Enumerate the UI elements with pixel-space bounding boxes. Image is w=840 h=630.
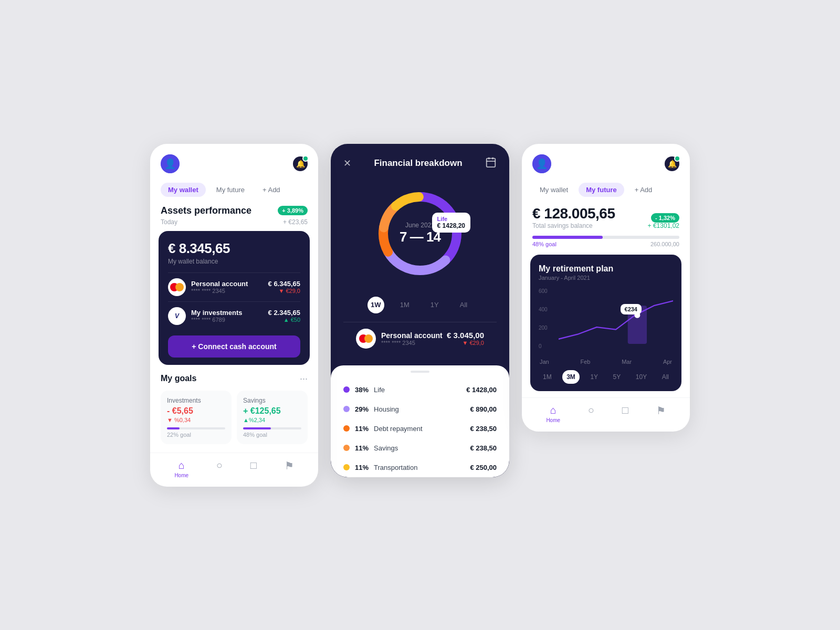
- x-labels: Jan Feb Mar Apr: [539, 359, 673, 365]
- goal1-type: Investments: [167, 397, 225, 404]
- screen3-nav-doc[interactable]: □: [622, 404, 628, 423]
- nav-doc[interactable]: □: [250, 459, 257, 478]
- goal-bar-labels: 48% goal 260.000,00: [522, 241, 690, 255]
- period-3m[interactable]: 3M: [562, 370, 580, 384]
- screen1-header: 🔔: [150, 144, 318, 178]
- savings-progress-bar: [532, 236, 679, 239]
- y-label-200: 200: [539, 325, 554, 331]
- screen3-bottom-nav: ⌂ Home ○ □ ⚑: [522, 397, 690, 432]
- screen3-nav-home-label: Home: [546, 417, 560, 423]
- tab-add[interactable]: + Add: [255, 183, 288, 197]
- period-5y[interactable]: 5Y: [609, 370, 625, 384]
- assets-title: Assets performance: [161, 205, 251, 216]
- nav-clock[interactable]: ○: [216, 459, 223, 478]
- close-button[interactable]: ✕: [343, 158, 351, 169]
- goal2-label: 48% goal: [243, 432, 301, 438]
- savings-pct: 11%: [355, 444, 369, 452]
- period-1y[interactable]: 1Y: [425, 297, 444, 313]
- wallet-balance-label: My wallet balance: [168, 258, 300, 265]
- screen3-change: + €1301,02: [648, 222, 679, 229]
- balance-card: € 8.345,65 My wallet balance Personal ac…: [159, 231, 310, 365]
- life-pct: 38%: [355, 386, 369, 394]
- tab-myfuture[interactable]: My future: [209, 183, 252, 197]
- fb-title: Financial breakdown: [374, 158, 462, 169]
- retirement-card: My retirement plan January - April 2021 …: [530, 255, 681, 391]
- breakdown-debt[interactable]: 11% Debt repayment € 238,50: [331, 419, 509, 438]
- goal-savings[interactable]: Savings + €125,65 ▲%2,34 48% goal: [237, 391, 308, 444]
- screen3-nav-flag[interactable]: ⚑: [656, 404, 666, 423]
- tab-mywallet[interactable]: My wallet: [161, 183, 206, 197]
- screen3-nav-clock[interactable]: ○: [588, 404, 594, 423]
- screen3-header: 🔔: [522, 144, 690, 178]
- screen2-account-info: Personal account **** **** 2345: [381, 331, 447, 346]
- personal-account-row[interactable]: Personal account **** **** 2345 € 6.345,…: [168, 272, 300, 301]
- nav-flag[interactable]: ⚑: [285, 459, 294, 478]
- savings-name: Savings: [374, 444, 398, 452]
- goal2-amount: + €125,65: [243, 406, 301, 416]
- dot-housing: [343, 406, 350, 412]
- period-all[interactable]: All: [455, 297, 472, 313]
- total-label: Total savings balance: [532, 222, 615, 229]
- account2-amount: € 2.345,65: [268, 309, 300, 317]
- period-all[interactable]: All: [658, 370, 673, 384]
- screen3-bell[interactable]: 🔔: [665, 156, 679, 171]
- period-1m[interactable]: 1M: [395, 297, 415, 313]
- goals-title: My goals: [161, 374, 196, 383]
- account1-change: ▼ €29,0: [268, 288, 300, 294]
- account2-num: **** **** 6789: [191, 317, 268, 323]
- drag-handle[interactable]: [411, 371, 429, 373]
- screen3-tab-mywallet[interactable]: My wallet: [532, 183, 575, 197]
- screen3-home-icon: ⌂: [550, 404, 556, 416]
- screen3-tab-myfuture[interactable]: My future: [579, 183, 624, 197]
- screen3-flag-icon: ⚑: [656, 404, 666, 417]
- screen1-tabs: My wallet My future + Add: [150, 178, 318, 205]
- connect-cash-account-button[interactable]: + Connect cash account: [168, 335, 300, 358]
- home-icon: ⌂: [178, 459, 185, 471]
- wallet-balance: € 8.345,65: [168, 240, 300, 257]
- flag-icon: ⚑: [285, 459, 294, 472]
- y-label-400: 400: [539, 307, 554, 312]
- goal1-progress-bar: [167, 427, 225, 429]
- dot-life: [343, 386, 350, 393]
- savings-amount: € 238,50: [470, 444, 497, 452]
- breakdown-transport[interactable]: 11% Transportation € 250,00: [331, 458, 509, 477]
- breakdown-housing[interactable]: 29% Housing € 890,00: [331, 400, 509, 419]
- screen2-account-num: **** **** 2345: [381, 340, 447, 346]
- dot-savings: [343, 445, 350, 451]
- screen3-nav-home[interactable]: ⌂ Home: [546, 404, 560, 423]
- screen2-mc-icon: [356, 329, 376, 349]
- x-mar: Mar: [622, 359, 632, 365]
- calendar-button[interactable]: [485, 156, 497, 171]
- screen3-tab-add[interactable]: + Add: [627, 183, 660, 197]
- screen2-financial: ✕ Financial breakdown: [331, 144, 509, 477]
- account2-name: My investments: [191, 309, 268, 317]
- screen3-doc-icon: □: [622, 404, 628, 416]
- screen2-account-name: Personal account: [381, 331, 447, 340]
- screen2-account-row[interactable]: Personal account **** **** 2345 € 3.045,…: [343, 322, 497, 355]
- breakdown-life[interactable]: 38% Life € 1428,00: [331, 380, 509, 400]
- transport-name: Transportation: [374, 464, 417, 471]
- total-balance: € 128.005,65: [532, 205, 615, 222]
- transport-amount: € 250,00: [470, 464, 497, 471]
- period-1y[interactable]: 1Y: [586, 370, 602, 384]
- avatar: [161, 154, 180, 173]
- bottom-nav: ⌂ Home ○ □ ⚑: [150, 453, 318, 487]
- goals-section: My goals ··· Investments - €5,65 ▼ %0,34…: [150, 365, 318, 453]
- notification-bell[interactable]: 🔔: [293, 156, 308, 171]
- investments-account-row[interactable]: V My investments **** **** 6789 € 2.345,…: [168, 301, 300, 330]
- screen2-amount: € 3.045,00: [447, 331, 484, 340]
- period-1w[interactable]: 1W: [368, 297, 384, 313]
- chart-tooltip: €234: [621, 304, 642, 314]
- performance-badge: + 3,89%: [278, 206, 308, 215]
- period-10y[interactable]: 10Y: [632, 370, 651, 384]
- donut-tooltip: Life € 1428,20: [432, 213, 470, 233]
- nav-home[interactable]: ⌂ Home: [174, 459, 188, 478]
- goal1-amount: - €5,65: [167, 406, 225, 416]
- goal-investments[interactable]: Investments - €5,65 ▼ %0,34 22% goal: [161, 391, 232, 444]
- goals-menu[interactable]: ···: [300, 373, 308, 384]
- period-1m[interactable]: 1M: [539, 370, 556, 384]
- debt-pct: 11%: [355, 425, 369, 433]
- breakdown-savings[interactable]: 11% Savings € 238,50: [331, 438, 509, 458]
- goal2-progress-fill: [243, 427, 271, 429]
- housing-amount: € 890,00: [470, 405, 497, 413]
